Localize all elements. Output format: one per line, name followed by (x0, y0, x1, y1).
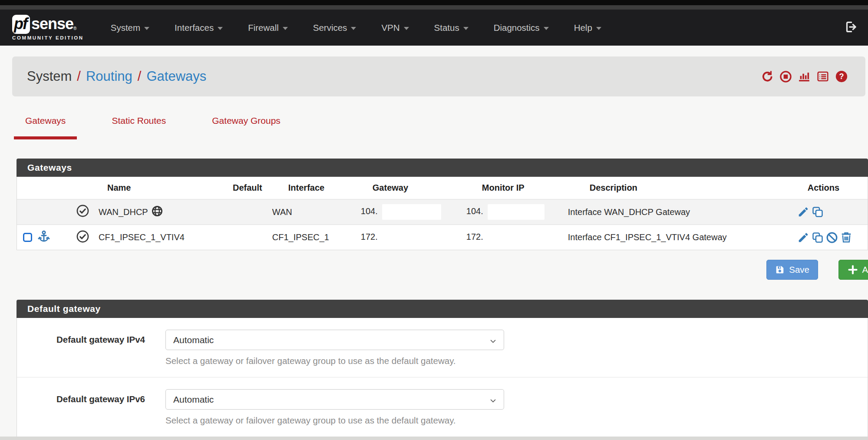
column-header-interface: Interface (262, 177, 345, 199)
window-chrome-strip (0, 0, 868, 5)
default-gateway-ipv4-row: Default gateway IPv4 Automatic Select a … (17, 318, 868, 377)
logo-sense: sense (31, 15, 73, 33)
gateway-name: WAN_DHCP (99, 207, 148, 217)
default-gateway-ipv4-select[interactable]: Automatic (165, 330, 504, 350)
logo-registered-mark: ® (73, 26, 76, 31)
save-button[interactable]: Save (766, 260, 818, 280)
copy-icon[interactable] (812, 232, 824, 244)
pfsense-logo-wordmark: pf sense ® (12, 15, 84, 34)
gateway-address: 172. (361, 232, 378, 242)
column-header-gateway: Gateway (345, 177, 453, 199)
nav-item-label: Services (313, 23, 347, 33)
nav-menu: System Interfaces Firewall Services VPN … (111, 23, 845, 33)
monitor-ip: 172. (466, 232, 483, 242)
redacted-value (382, 204, 441, 220)
breadcrumb-system: System (27, 69, 72, 84)
gateway-row-wan-dhcp: WAN_DHCP WAN (17, 199, 868, 225)
nav-item-vpn[interactable]: VPN (381, 23, 409, 33)
logo-subtitle: COMMUNITY EDITION (12, 35, 84, 40)
chevron-down-icon (544, 27, 549, 30)
default-gateway-ipv6-help: Select a gateway or failover gateway gro… (165, 415, 504, 426)
edit-pencil-icon[interactable] (797, 206, 809, 218)
add-button[interactable]: Add (838, 260, 868, 280)
bar-chart-icon[interactable] (798, 70, 811, 83)
tab-static-routes[interactable]: Static Routes (100, 116, 177, 139)
redacted-value (488, 230, 545, 245)
breadcrumb-routing-link[interactable]: Routing (86, 69, 132, 84)
nav-item-label: Firewall (248, 23, 279, 33)
disable-ban-icon[interactable] (826, 232, 838, 244)
breadcrumb: System / Routing / Gateways (27, 69, 206, 84)
pfsense-logo[interactable]: pf sense ® COMMUNITY EDITION (12, 15, 84, 40)
tab-gateway-groups[interactable]: Gateway Groups (201, 116, 292, 139)
column-header-description: Description (562, 177, 779, 199)
monitor-ip: 104. (466, 206, 483, 216)
sign-out-icon[interactable] (845, 20, 858, 35)
chevron-down-icon (463, 27, 469, 30)
nav-item-status[interactable]: Status (434, 23, 469, 33)
gateways-table: Name Default Interface Gateway Monitor I… (17, 177, 868, 250)
button-row: Save Add (0, 260, 868, 280)
chevron-down-icon (283, 27, 288, 30)
nav-item-firewall[interactable]: Firewall (248, 23, 288, 33)
default-gateway-ipv4-label: Default gateway IPv4 (17, 330, 145, 366)
table-header-row: Name Default Interface Gateway Monitor I… (17, 177, 868, 199)
stop-circle-icon[interactable] (779, 70, 792, 83)
svg-text:?: ? (839, 72, 844, 81)
default-gateway-ipv4-help: Select a gateway or failover gateway gro… (165, 356, 504, 366)
chevron-down-icon (351, 27, 356, 30)
nav-item-label: Status (434, 23, 459, 33)
anchor-icon (37, 230, 50, 245)
add-button-label: Add (862, 265, 868, 275)
column-header-default: Default (205, 177, 262, 199)
gateway-online-check-circle-icon (76, 210, 89, 219)
window-chrome-strip-2 (0, 5, 868, 10)
top-navbar: pf sense ® COMMUNITY EDITION System Inte… (0, 10, 868, 46)
column-header-monitor-ip: Monitor IP (453, 177, 562, 199)
save-button-label: Save (789, 265, 809, 275)
gateway-description: Interface WAN_DHCP Gateway (562, 199, 779, 225)
breadcrumb-separator: / (77, 69, 81, 84)
default-gateway-ipv6-row: Default gateway IPv6 Automatic Select a … (17, 377, 868, 437)
breadcrumb-gateways-link[interactable]: Gateways (146, 69, 206, 84)
copy-icon[interactable] (812, 206, 824, 218)
breadcrumb-bar: System / Routing / Gateways (12, 56, 865, 96)
delete-trash-icon[interactable] (840, 232, 852, 244)
edit-pencil-icon[interactable] (797, 232, 809, 244)
default-gateway-ipv6-select[interactable]: Automatic (165, 389, 504, 410)
log-list-icon[interactable] (816, 70, 829, 83)
gateway-row-cf1-ipsec: CF1_IPSEC_1_VTIV4 CF1_IPSEC_1 172. 172. … (17, 225, 868, 250)
select-value: Automatic (173, 394, 214, 405)
redacted-value (488, 204, 545, 220)
chevron-down-icon (218, 27, 223, 30)
nav-item-system[interactable]: System (111, 23, 149, 33)
nav-item-diagnostics[interactable]: Diagnostics (494, 23, 549, 33)
gateway-interface: WAN (262, 199, 345, 225)
chevron-down-icon (489, 337, 497, 347)
help-icon[interactable]: ? (835, 70, 848, 83)
gateway-interface: CF1_IPSEC_1 (262, 225, 345, 250)
select-value: Automatic (173, 335, 214, 345)
nav-item-interfaces[interactable]: Interfaces (175, 23, 223, 33)
nav-item-label: System (111, 23, 140, 33)
globe-icon (152, 205, 163, 219)
tab-bar: Gateways Static Routes Gateway Groups (14, 116, 868, 139)
nav-item-label: Help (574, 23, 592, 33)
nav-item-label: VPN (381, 23, 399, 33)
chevron-down-icon (596, 27, 601, 30)
gateway-name: CF1_IPSEC_1_VTIV4 (99, 232, 185, 242)
bottom-edge-strip (0, 437, 868, 440)
nav-item-label: Interfaces (175, 23, 214, 33)
nav-item-label: Diagnostics (494, 23, 540, 33)
checkbox-icon[interactable] (23, 233, 32, 242)
redacted-value (382, 230, 441, 245)
default-gateway-ipv6-label: Default gateway IPv6 (17, 389, 145, 426)
nav-item-services[interactable]: Services (313, 23, 356, 33)
nav-item-help[interactable]: Help (574, 23, 601, 33)
refresh-icon[interactable] (761, 70, 774, 83)
logo-pf: pf (12, 15, 30, 34)
chevron-down-icon (144, 27, 149, 30)
tab-gateways[interactable]: Gateways (14, 116, 77, 139)
breadcrumb-separator: / (138, 69, 142, 84)
gateways-panel: Gateways Name Default Interface Gateway … (17, 159, 868, 250)
